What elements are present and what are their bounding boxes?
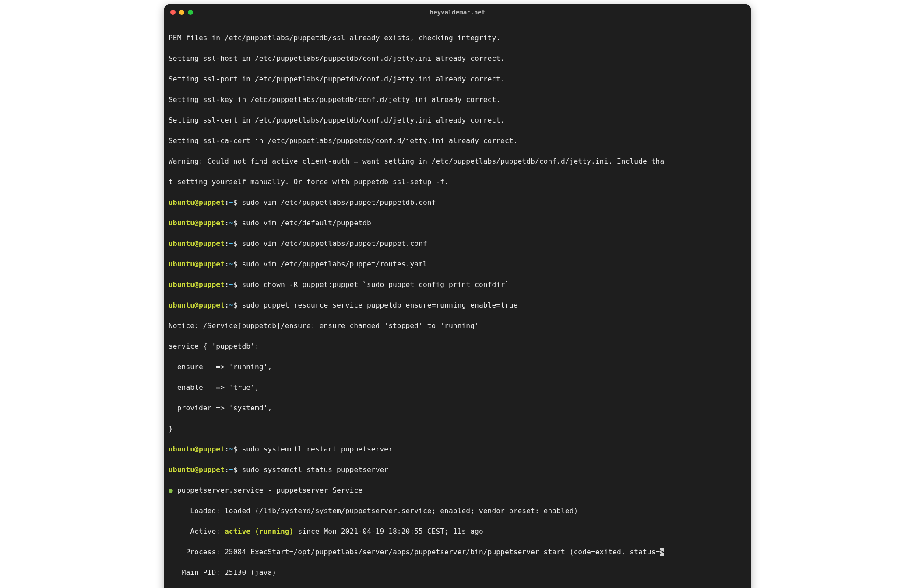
output-line: t setting yourself manually. Or force wi…: [169, 177, 746, 187]
prompt-sep: :: [225, 280, 229, 289]
output-line: enable => 'true',: [169, 382, 746, 392]
prompt-user: ubuntu@puppet: [169, 260, 225, 268]
prompt-sep: :: [225, 198, 229, 206]
output-line: Loaded: loaded (/lib/systemd/system/pupp…: [169, 506, 746, 516]
prompt-path: ~: [229, 239, 233, 248]
prompt-symbol: $: [233, 445, 238, 453]
prompt-user: ubuntu@puppet: [169, 239, 225, 248]
prompt-sep: :: [225, 301, 229, 309]
prompt-user: ubuntu@puppet: [169, 301, 225, 309]
service-header-line: ● puppetserver.service - puppetserver Se…: [169, 485, 746, 495]
command-text: sudo systemctl status puppetserver: [242, 466, 388, 474]
prompt-user: ubuntu@puppet: [169, 198, 225, 206]
truncation-icon: >: [660, 548, 664, 556]
prompt-path: ~: [229, 260, 233, 268]
prompt-user: ubuntu@puppet: [169, 219, 225, 227]
active-status: active (running): [225, 527, 294, 536]
prompt-line: ubuntu@puppet:~$ sudo vim /etc/puppetlab…: [169, 238, 746, 248]
prompt-path: ~: [229, 219, 233, 227]
output-line: }: [169, 424, 746, 434]
prompt-line: ubuntu@puppet:~$ sudo puppet resource se…: [169, 300, 746, 310]
terminal-window: heyvaldemar.net PEM files in /etc/puppet…: [164, 4, 751, 588]
output-line: ensure => 'running',: [169, 362, 746, 372]
maximize-icon[interactable]: [188, 10, 193, 15]
command-text: sudo vim /etc/puppetlabs/puppet/puppetdb…: [242, 198, 436, 206]
prompt-symbol: $: [233, 466, 238, 474]
output-line: Setting ssl-port in /etc/puppetlabs/pupp…: [169, 74, 746, 84]
command-text: sudo systemctl restart puppetserver: [242, 445, 393, 453]
output-line: service { 'puppetdb':: [169, 341, 746, 351]
active-suffix: since Mon 2021-04-19 18:20:55 CEST; 11s …: [294, 527, 483, 536]
prompt-path: ~: [229, 445, 233, 453]
terminal-body[interactable]: PEM files in /etc/puppetlabs/puppetdb/ss…: [164, 20, 751, 588]
titlebar: heyvaldemar.net: [164, 4, 751, 20]
service-active-line: Active: active (running) since Mon 2021-…: [169, 526, 746, 536]
output-line: Notice: /Service[puppetdb]/ensure: ensur…: [169, 321, 746, 331]
command-text: sudo vim /etc/default/puppetdb: [242, 219, 371, 227]
prompt-symbol: $: [233, 198, 238, 206]
prompt-line: ubuntu@puppet:~$ sudo chown -R puppet:pu…: [169, 280, 746, 290]
traffic-lights: [170, 10, 193, 15]
prompt-path: ~: [229, 466, 233, 474]
prompt-line: ubuntu@puppet:~$ sudo vim /etc/puppetlab…: [169, 197, 746, 207]
prompt-symbol: $: [233, 280, 238, 289]
prompt-user: ubuntu@puppet: [169, 466, 225, 474]
prompt-symbol: $: [233, 260, 238, 268]
prompt-line: ubuntu@puppet:~$ sudo vim /etc/default/p…: [169, 218, 746, 228]
command-text: sudo chown -R puppet:puppet `sudo puppet…: [242, 280, 509, 289]
active-prefix: Active:: [169, 527, 225, 536]
prompt-line: ubuntu@puppet:~$ sudo vim /etc/puppetlab…: [169, 259, 746, 269]
output-line: Warning: Could not find active client-au…: [169, 156, 746, 166]
prompt-symbol: $: [233, 301, 238, 309]
output-line: provider => 'systemd',: [169, 403, 746, 413]
output-line: PEM files in /etc/puppetlabs/puppetdb/ss…: [169, 33, 746, 43]
status-dot-icon: ●: [169, 486, 173, 494]
command-text: sudo puppet resource service puppetdb en…: [242, 301, 517, 309]
prompt-path: ~: [229, 301, 233, 309]
prompt-sep: :: [225, 260, 229, 268]
output-line: Setting ssl-host in /etc/puppetlabs/pupp…: [169, 53, 746, 63]
prompt-path: ~: [229, 280, 233, 289]
process-line: Process: 25084 ExecStart=/opt/puppetlabs…: [169, 548, 660, 556]
minimize-icon[interactable]: [179, 10, 184, 15]
service-name: puppetserver.service - puppetserver Serv…: [173, 486, 362, 494]
command-text: sudo vim /etc/puppetlabs/puppet/routes.y…: [242, 260, 427, 268]
prompt-sep: :: [225, 445, 229, 453]
prompt-line: ubuntu@puppet:~$ sudo systemctl status p…: [169, 465, 746, 475]
prompt-sep: :: [225, 466, 229, 474]
prompt-user: ubuntu@puppet: [169, 280, 225, 289]
prompt-sep: :: [225, 239, 229, 248]
prompt-symbol: $: [233, 219, 238, 227]
prompt-line: ubuntu@puppet:~$ sudo systemctl restart …: [169, 444, 746, 454]
output-line: Setting ssl-key in /etc/puppetlabs/puppe…: [169, 94, 746, 105]
prompt-user: ubuntu@puppet: [169, 445, 225, 453]
prompt-sep: :: [225, 219, 229, 227]
window-title: heyvaldemar.net: [430, 8, 485, 17]
command-text: sudo vim /etc/puppetlabs/puppet/puppet.c…: [242, 239, 427, 248]
prompt-path: ~: [229, 198, 233, 206]
output-line: Process: 25084 ExecStart=/opt/puppetlabs…: [169, 547, 746, 557]
close-icon[interactable]: [170, 10, 176, 15]
prompt-symbol: $: [233, 239, 238, 248]
output-line: Setting ssl-ca-cert in /etc/puppetlabs/p…: [169, 136, 746, 146]
output-line: Setting ssl-cert in /etc/puppetlabs/pupp…: [169, 115, 746, 125]
output-line: Main PID: 25130 (java): [169, 567, 746, 578]
